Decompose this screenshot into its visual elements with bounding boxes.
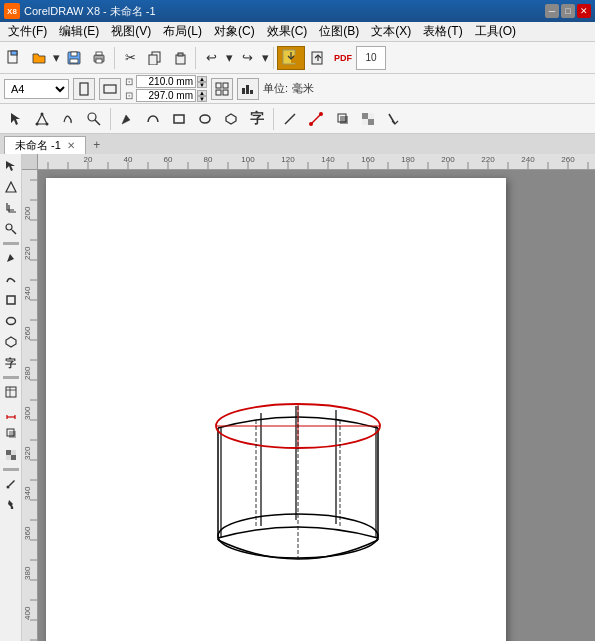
svg-marker-26 <box>11 113 20 125</box>
left-rect-tool[interactable] <box>1 290 21 310</box>
svg-rect-20 <box>223 83 228 88</box>
portrait-button[interactable] <box>73 78 95 100</box>
menu-tools[interactable]: 工具(O) <box>469 21 522 42</box>
zoom-display[interactable]: 10 <box>356 46 386 70</box>
close-button[interactable]: ✕ <box>577 4 591 18</box>
zoom-tool[interactable] <box>82 107 106 131</box>
landscape-button[interactable] <box>99 78 121 100</box>
pen-tool[interactable] <box>115 107 139 131</box>
menu-edit[interactable]: 编辑(E) <box>53 21 105 42</box>
open-group: ▾ <box>27 46 61 70</box>
copy-button[interactable] <box>143 46 167 70</box>
text-tool[interactable]: 字 <box>245 107 269 131</box>
left-crop-tool[interactable] <box>1 198 21 218</box>
menu-effects[interactable]: 效果(C) <box>261 21 314 42</box>
print-button[interactable] <box>87 46 111 70</box>
shadow-tool[interactable] <box>330 107 354 131</box>
canvas-viewport[interactable] <box>22 154 595 641</box>
rectangle-tool[interactable] <box>167 107 191 131</box>
width-down[interactable]: ▼ <box>197 82 207 88</box>
left-polygon-tool[interactable] <box>1 332 21 352</box>
svg-rect-6 <box>96 52 102 55</box>
left-text-tool[interactable]: 字 <box>1 353 21 373</box>
paper-size-select[interactable]: A4 A3 Letter <box>4 79 69 99</box>
left-shadow-tool[interactable] <box>1 424 21 444</box>
svg-rect-65 <box>11 455 16 460</box>
more-tools[interactable] <box>382 107 406 131</box>
svg-rect-54 <box>6 387 16 397</box>
svg-point-52 <box>6 318 15 325</box>
page-settings-button[interactable] <box>211 78 233 100</box>
open-dropdown[interactable]: ▾ <box>51 46 61 70</box>
window-controls: ─ □ ✕ <box>545 4 591 18</box>
connector-tool[interactable] <box>304 107 328 131</box>
shape-tool[interactable] <box>30 107 54 131</box>
left-table-tool[interactable] <box>1 382 21 402</box>
checkerboard-tool[interactable] <box>356 107 380 131</box>
undo-button[interactable]: ↩ <box>199 46 223 70</box>
svg-point-28 <box>41 112 44 115</box>
line-tool[interactable] <box>278 107 302 131</box>
svg-marker-35 <box>226 114 236 124</box>
title-bar: X8 CorelDRAW X8 - 未命名 -1 ─ □ ✕ <box>0 0 595 22</box>
svg-point-34 <box>200 115 210 123</box>
height-down[interactable]: ▼ <box>197 96 207 102</box>
select-tool[interactable] <box>4 107 28 131</box>
left-ellipse-tool[interactable] <box>1 311 21 331</box>
tab-unnamed1[interactable]: 未命名 -1 ✕ <box>4 136 86 154</box>
svg-point-66 <box>6 486 9 489</box>
left-pen-tool[interactable] <box>1 248 21 268</box>
cut-button[interactable]: ✂ <box>118 46 142 70</box>
svg-line-36 <box>285 114 295 124</box>
menu-object[interactable]: 对象(C) <box>208 21 261 42</box>
page-area[interactable] <box>38 170 595 641</box>
tool-divider3 <box>3 468 19 471</box>
menu-view[interactable]: 视图(V) <box>105 21 157 42</box>
graph-button[interactable] <box>237 78 259 100</box>
left-select-tool[interactable] <box>1 156 21 176</box>
menu-file[interactable]: 文件(F) <box>2 21 53 42</box>
tools-bar: 字 <box>0 104 595 134</box>
svg-line-37 <box>311 114 321 124</box>
left-dimension-tool[interactable] <box>1 403 21 423</box>
svg-rect-21 <box>216 90 221 95</box>
left-shape-tool[interactable] <box>1 177 21 197</box>
tab-close[interactable]: ✕ <box>67 140 75 151</box>
save-button[interactable] <box>62 46 86 70</box>
main-toolbar: ▾ ✂ ↩ ▾ ↪ ▾ PDF 10 <box>0 42 595 74</box>
undo-dropdown[interactable]: ▾ <box>224 46 234 70</box>
freehand-tool[interactable] <box>56 107 80 131</box>
minimize-button[interactable]: ─ <box>545 4 559 18</box>
maximize-button[interactable]: □ <box>561 4 575 18</box>
left-calligraphy-tool[interactable] <box>1 269 21 289</box>
left-zoom-tool[interactable] <box>1 219 21 239</box>
curve-tool[interactable] <box>141 107 165 131</box>
ellipse-tool[interactable] <box>193 107 217 131</box>
redo-button[interactable]: ↪ <box>235 46 259 70</box>
left-fill-tool[interactable] <box>1 495 21 515</box>
width-group: ⊡ ▲ ▼ ⊡ ▲ ▼ <box>125 75 207 102</box>
open-button[interactable] <box>27 46 51 70</box>
svg-rect-41 <box>340 116 348 124</box>
new-button[interactable] <box>2 46 26 70</box>
menu-text[interactable]: 文本(X) <box>365 21 417 42</box>
menu-table[interactable]: 表格(T) <box>417 21 468 42</box>
export-button[interactable] <box>306 46 330 70</box>
width-input[interactable] <box>136 75 196 88</box>
svg-rect-45 <box>368 119 374 125</box>
menu-bitmap[interactable]: 位图(B) <box>313 21 365 42</box>
height-input[interactable] <box>136 89 196 102</box>
unit-label: 单位: <box>263 81 288 96</box>
import-button[interactable] <box>277 46 305 70</box>
polygon-tool[interactable] <box>219 107 243 131</box>
left-transparency-tool[interactable] <box>1 445 21 465</box>
redo-dropdown[interactable]: ▾ <box>260 46 270 70</box>
svg-rect-63 <box>11 450 16 455</box>
pdf-button[interactable]: PDF <box>331 46 355 70</box>
paste-button[interactable] <box>168 46 192 70</box>
left-toolbox: 字 <box>0 154 22 641</box>
svg-point-38 <box>309 122 313 126</box>
menu-layout[interactable]: 布局(L) <box>157 21 208 42</box>
left-eyedropper-tool[interactable] <box>1 474 21 494</box>
tab-add-button[interactable]: + <box>88 136 106 154</box>
